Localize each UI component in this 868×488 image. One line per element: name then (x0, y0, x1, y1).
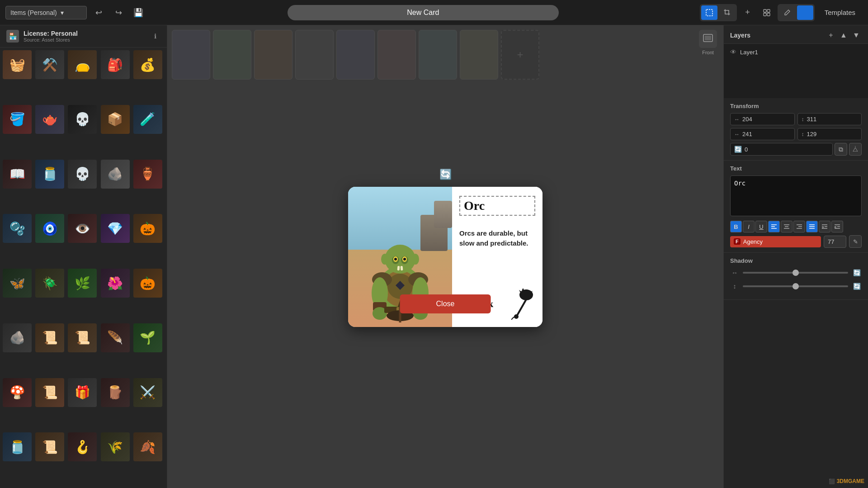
templates-button[interactable]: Templates (817, 6, 863, 19)
asset-item[interactable]: 🎃 (133, 269, 162, 298)
asset-item[interactable]: 💰 (133, 50, 162, 79)
asset-item[interactable]: 📜 (68, 323, 97, 352)
add-layer-btn[interactable]: + (826, 30, 836, 41)
asset-item[interactable]: 💎 (101, 214, 130, 243)
shadow-h-reset[interactable]: 🔄 (852, 268, 862, 278)
font-edit-btn[interactable]: ✎ (849, 235, 862, 248)
asset-item[interactable]: 📜 (35, 378, 64, 407)
asset-item[interactable]: 🎒 (101, 50, 130, 79)
asset-item[interactable]: 🌾 (101, 432, 130, 461)
shadow-v-reset[interactable]: 🔄 (852, 281, 862, 291)
justify-btn[interactable] (806, 221, 818, 232)
asset-item[interactable]: 🌱 (133, 323, 162, 352)
asset-item[interactable]: 📜 (35, 323, 64, 352)
items-dropdown[interactable]: Items (Personal) ▾ (5, 6, 87, 19)
panel-title-group: License: Personal Source: Asset Stores (24, 30, 145, 43)
y-icon: ↕ (802, 131, 804, 137)
asset-item[interactable]: 🪲 (35, 269, 64, 298)
font-name: Agency (743, 238, 763, 245)
asset-item[interactable]: 🌺 (101, 269, 130, 298)
rotate-input[interactable] (745, 146, 772, 153)
asset-item[interactable]: 🫙 (3, 432, 32, 461)
redo-button[interactable]: ↪ (110, 5, 127, 21)
asset-item[interactable]: 📦 (101, 105, 130, 134)
shadow-h-slider[interactable] (743, 272, 848, 274)
crop-tool-btn[interactable] (719, 5, 736, 20)
shadow-h-row: ↔ 🔄 (730, 268, 862, 278)
asset-item[interactable]: 🎃 (133, 214, 162, 243)
pen-tool-btn[interactable] (779, 5, 795, 20)
rotate-button[interactable]: 🔄 (439, 169, 452, 180)
asset-item[interactable]: 🫧 (3, 214, 32, 243)
layers-header: Layers + ▲ ▼ (724, 25, 868, 44)
asset-item[interactable]: 🪵 (101, 378, 130, 407)
asset-item[interactable]: 🎁 (68, 378, 97, 407)
asset-item[interactable]: 🫖 (35, 105, 64, 134)
asset-item[interactable]: 🫙 (35, 160, 64, 189)
align-center-btn[interactable] (781, 221, 793, 232)
asset-item[interactable]: ⚔️ (133, 378, 162, 407)
font-selector[interactable]: F Agency (730, 236, 821, 247)
asset-item[interactable]: 👁️ (68, 214, 97, 243)
shadow-v-icon: ↕ (730, 283, 739, 290)
asset-item[interactable]: 🍂 (133, 432, 162, 461)
save-button[interactable]: 💾 (130, 5, 146, 21)
asset-item[interactable]: 🍄 (3, 378, 32, 407)
asset-item[interactable]: ⚒️ (35, 50, 64, 79)
asset-item[interactable]: 🪨 (3, 323, 32, 352)
info-button[interactable]: ℹ (150, 31, 160, 42)
font-size-input[interactable] (824, 236, 846, 248)
card-title-text[interactable]: Orc (459, 196, 535, 216)
align-left-btn[interactable] (768, 221, 780, 232)
asset-item[interactable]: 🦋 (3, 269, 32, 298)
asset-item[interactable]: 🧿 (35, 214, 64, 243)
left-panel: 🏪 License: Personal Source: Asset Stores… (0, 25, 167, 488)
layer-visibility-icon[interactable]: 👁 (730, 48, 736, 56)
align-right-btn[interactable] (793, 221, 805, 232)
asset-item[interactable]: 🪝 (68, 432, 97, 461)
watermark: ⬛ 3DMGAME (829, 478, 864, 484)
svg-rect-3 (764, 13, 766, 16)
text-outdent-btn[interactable] (831, 221, 843, 232)
bold-btn[interactable]: B (730, 221, 742, 232)
attack-icon (508, 288, 535, 320)
asset-item[interactable]: 🪣 (3, 105, 32, 134)
height-input[interactable] (807, 116, 834, 123)
bg-thumb-add[interactable]: + (501, 30, 539, 80)
move-layer-up-btn[interactable]: ▲ (838, 30, 849, 41)
width-input[interactable] (742, 116, 769, 123)
underline-btn[interactable]: U (755, 221, 767, 232)
asset-item[interactable]: 🧺 (3, 50, 32, 79)
y-input[interactable] (807, 131, 834, 137)
asset-item[interactable]: 📜 (35, 432, 64, 461)
transform-x: ↔ (730, 128, 795, 140)
asset-item[interactable]: 📖 (3, 160, 32, 189)
selection-tool-btn[interactable] (701, 5, 717, 20)
text-indent-btn[interactable] (819, 221, 830, 232)
layer-list: 👁 Layer1 (724, 44, 868, 98)
grid-btn[interactable] (759, 5, 775, 21)
layer-item[interactable]: 👁 Layer1 (724, 46, 868, 58)
asset-item[interactable]: 🌿 (68, 269, 97, 298)
svg-rect-5 (802, 10, 808, 15)
italic-btn[interactable]: I (743, 221, 755, 232)
asset-item[interactable]: 💀 (68, 160, 97, 189)
asset-item[interactable]: 👝 (68, 50, 97, 79)
undo-button[interactable]: ↩ (90, 5, 107, 21)
shadow-v-slider[interactable] (743, 285, 848, 287)
x-input[interactable] (742, 131, 769, 137)
svg-rect-4 (767, 13, 770, 16)
text-input[interactable]: Orc (730, 175, 862, 216)
copy-transform-btn[interactable]: ⧉ (835, 143, 847, 156)
add-element-btn[interactable]: + (740, 5, 756, 21)
close-button[interactable]: Close (400, 294, 491, 313)
paste-transform-btn[interactable]: ⧊ (849, 143, 862, 156)
rect-tool-btn[interactable] (797, 5, 813, 20)
move-layer-down-btn[interactable]: ▼ (851, 30, 862, 41)
asset-item[interactable]: 🏺 (133, 160, 162, 189)
asset-item[interactable]: 🪨 (101, 160, 130, 189)
asset-item[interactable]: 🧪 (133, 105, 162, 134)
asset-item[interactable]: 🪶 (101, 323, 130, 352)
front-button[interactable]: Front (699, 30, 717, 55)
asset-item[interactable]: 💀 (68, 105, 97, 134)
